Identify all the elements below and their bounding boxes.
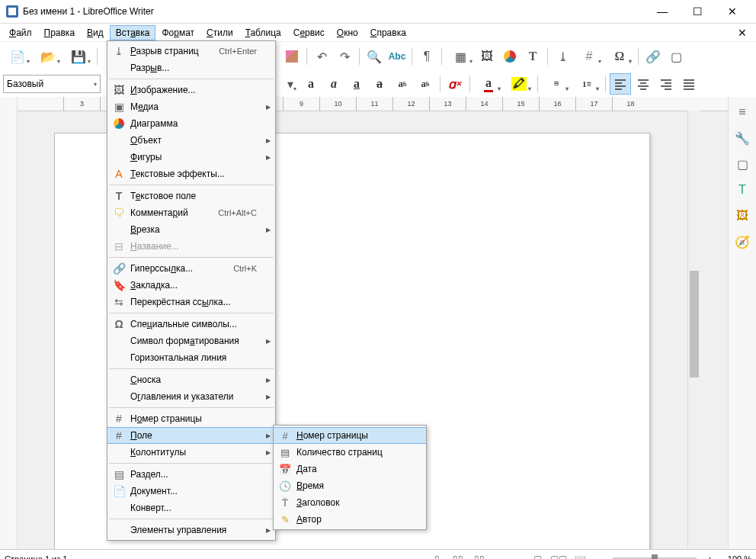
menu-item-formatting-mark[interactable]: Символ форматирования: [107, 333, 275, 349]
menu-item-document[interactable]: 📄Документ...: [107, 483, 275, 500]
view-book-icon[interactable]: ▯▯: [472, 552, 487, 560]
menu-item[interactable]: Формат: [155, 25, 200, 40]
minimize-button[interactable]: —: [645, 0, 680, 23]
view-single-page-icon[interactable]: ▯: [429, 552, 444, 560]
italic-button[interactable]: a: [323, 73, 344, 95]
view-layout2-icon[interactable]: ▢▢: [551, 552, 566, 560]
menu-item[interactable]: Вид: [81, 25, 110, 40]
menu-item-footnote[interactable]: Сноска: [107, 371, 275, 388]
shortcut: Ctrl+K: [233, 264, 257, 273]
find-replace-button[interactable]: 🔍: [364, 46, 385, 67]
open-document-button[interactable]: 📂: [34, 46, 62, 67]
menu-item-comment[interactable]: 🗨КомментарийCtrl+Alt+C: [107, 204, 275, 221]
submenu-item-fld-time[interactable]: 🕓Время: [274, 477, 426, 494]
menu-item-chart[interactable]: Диаграмма: [107, 115, 275, 132]
menu-item-label: Горизонтальная линия: [130, 352, 257, 363]
menu-item-field[interactable]: #Поле: [107, 427, 275, 444]
superscript-button[interactable]: ab: [392, 73, 413, 95]
sidebar-settings-icon[interactable]: ≡: [732, 101, 753, 123]
sidebar-styles-icon[interactable]: T: [732, 179, 753, 201]
new-document-button[interactable]: 📄: [3, 46, 32, 67]
insert-image-button[interactable]: 🖼: [476, 46, 498, 67]
bullet-list-button[interactable]: ≡: [542, 73, 571, 95]
submenu-item-fld-page-count[interactable]: ▤Количество страниц: [274, 444, 426, 461]
align-justify-button[interactable]: [678, 73, 700, 95]
maximize-button[interactable]: ☐: [680, 0, 715, 23]
insert-footnote-button[interactable]: ▢: [665, 46, 687, 67]
submenu-item-fld-author[interactable]: ✎Автор: [274, 511, 426, 528]
undo-button[interactable]: ↶: [311, 46, 332, 67]
menu-item-break[interactable]: Разрыв...: [107, 59, 275, 76]
menu-item[interactable]: Файл: [3, 25, 38, 40]
document-close-button[interactable]: ✕: [732, 27, 753, 39]
menu-item[interactable]: Вставка: [110, 25, 156, 40]
sidebar-gallery-icon[interactable]: 🖼: [732, 205, 753, 226]
clone-formatting-button[interactable]: [281, 46, 303, 67]
close-button[interactable]: ✕: [715, 0, 750, 23]
underline-button[interactable]: a: [346, 73, 367, 95]
scroll-thumb[interactable]: [690, 271, 699, 377]
menu-item[interactable]: Правка: [38, 25, 82, 40]
menu-item[interactable]: Окно: [331, 25, 364, 40]
menu-item[interactable]: Таблица: [239, 25, 287, 40]
view-layout3-icon[interactable]: 📖: [572, 552, 588, 560]
menu-item[interactable]: Сервис: [287, 25, 331, 40]
zoom-out-button[interactable]: —: [594, 554, 602, 560]
clear-formatting-button[interactable]: ɑ✕: [444, 73, 466, 95]
menu-item-text-effects[interactable]: AТекстовые эффекты...: [107, 165, 275, 182]
menu-item-bookmark[interactable]: 🔖Закладка...: [107, 277, 275, 294]
menu-item-text-box[interactable]: TТекстовое поле: [107, 188, 275, 204]
bold-button[interactable]: a: [300, 73, 322, 95]
menu-item-envelope[interactable]: Конверт...: [107, 500, 275, 516]
font-color-button[interactable]: a: [474, 73, 503, 95]
view-multi-page-icon[interactable]: ▯▯: [450, 552, 466, 560]
strikethrough-button[interactable]: a: [369, 73, 390, 95]
align-center-button[interactable]: [633, 73, 654, 95]
numbered-list-button[interactable]: 1≡: [572, 73, 601, 95]
menu-item-object[interactable]: Объект: [107, 132, 275, 149]
subscript-button[interactable]: ab: [415, 73, 436, 95]
save-document-button[interactable]: 💾: [64, 46, 93, 67]
insert-table-button[interactable]: ▦: [446, 46, 475, 67]
sidebar-page-icon[interactable]: ▢: [732, 153, 753, 175]
redo-button[interactable]: ↷: [334, 46, 355, 67]
menu-item-image[interactable]: 🖼Изображение...: [107, 82, 275, 98]
menu-item-frame[interactable]: Врезка: [107, 221, 275, 238]
zoom-in-button[interactable]: +: [707, 554, 712, 560]
insert-field-button[interactable]: #: [575, 46, 604, 67]
menu-item-media[interactable]: ▣Медиа: [107, 98, 275, 115]
menu-item-page-number[interactable]: #Номер страницы: [107, 410, 275, 427]
menu-item-headers-footers[interactable]: Колонтитулы: [107, 444, 275, 461]
zoom-level[interactable]: 100 %: [728, 554, 751, 560]
insert-page-break-button[interactable]: ⤓: [552, 46, 573, 67]
spellcheck-button[interactable]: Abc: [386, 46, 408, 67]
menu-item-toc[interactable]: Оглавления и указатели: [107, 388, 275, 405]
insert-chart-button[interactable]: [499, 46, 521, 67]
submenu-item-fld-date[interactable]: 📅Дата: [274, 461, 426, 477]
menu-item-hyperlink[interactable]: 🔗Гиперссылка...Ctrl+K: [107, 260, 275, 277]
submenu-item-fld-page-number[interactable]: #Номер страницы: [274, 427, 426, 444]
menu-item[interactable]: Справка: [364, 25, 412, 40]
menu-item-section[interactable]: ▤Раздел...: [107, 466, 275, 483]
font-combo-stub[interactable]: ▾: [282, 73, 299, 95]
align-right-button[interactable]: [655, 73, 677, 95]
highlight-button[interactable]: 🖍: [505, 73, 533, 95]
sidebar-navigator-icon[interactable]: 🧭: [732, 231, 753, 252]
paragraph-style-combo[interactable]: Базовый: [3, 75, 101, 93]
vertical-scrollbar[interactable]: [687, 111, 700, 549]
align-left-button[interactable]: [610, 73, 631, 95]
menu-item-cross-ref[interactable]: ⇆Перекрёстная ссылка...: [107, 294, 275, 310]
insert-text-box-button[interactable]: T: [522, 46, 543, 67]
formatting-marks-button[interactable]: ¶: [416, 46, 437, 67]
submenu-item-fld-title[interactable]: T̈Заголовок: [274, 494, 426, 511]
menu-item[interactable]: Стили: [200, 25, 239, 40]
menu-item-form-controls[interactable]: Элементы управления: [107, 522, 275, 538]
menu-item-horizontal-line[interactable]: Горизонтальная линия: [107, 349, 275, 366]
sidebar-properties-icon[interactable]: 🔧: [732, 127, 753, 149]
insert-hyperlink-button[interactable]: 🔗: [642, 46, 664, 67]
insert-special-char-button[interactable]: Ω: [605, 46, 634, 67]
menu-item-special-chars[interactable]: ΩСпециальные символы...: [107, 316, 275, 333]
view-layout1-icon[interactable]: ▢: [530, 552, 545, 560]
menu-item-page-break[interactable]: ⤓Разрыв страницCtrl+Enter: [107, 43, 275, 59]
menu-item-shapes[interactable]: Фигуры: [107, 149, 275, 165]
